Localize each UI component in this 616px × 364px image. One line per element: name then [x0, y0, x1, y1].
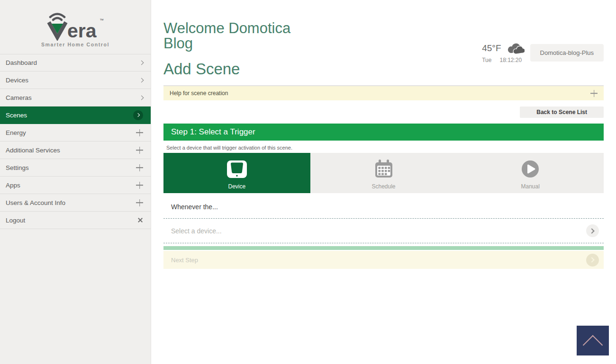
weather-block: 45°F Tue 18:12:20 [482, 42, 524, 63]
trigger-tile-schedule[interactable]: Schedule [310, 153, 457, 193]
next-step-label: Next Step [171, 257, 198, 264]
clock-time: 18:12:20 [499, 57, 522, 63]
main-content: 45°F Tue 18:12:20 Domotica-blog-Plus Wel… [151, 0, 616, 364]
next-step-chevron-circle-icon [586, 254, 599, 266]
sidebar-item-scenes[interactable]: Scenes [0, 107, 151, 124]
help-bar-label: Help for scene creation [170, 90, 228, 97]
plus-icon [136, 147, 143, 154]
select-device-placeholder: Select a device... [171, 227, 222, 235]
play-icon [519, 158, 541, 180]
logo-era-text: era [67, 20, 97, 41]
step1-subtext: Select a device that will trigger activa… [166, 145, 604, 151]
calendar-icon [373, 158, 395, 180]
sidebar-item-settings[interactable]: Settings [0, 159, 151, 177]
sidebar-item-label: Apps [6, 182, 20, 189]
trigger-tiles: Device Schedule [163, 153, 604, 193]
close-icon [137, 217, 143, 223]
plus-icon [136, 199, 143, 206]
wifi-arc-inner-icon [53, 18, 62, 20]
whenever-the-label: Whenever the... [163, 193, 604, 219]
sidebar-menu: Dashboard Devices Cameras Scenes Energy … [0, 54, 151, 229]
vera-logo: era ™ Smarter Home Control [0, 0, 151, 54]
select-device-row[interactable]: Select a device... [163, 219, 604, 243]
plus-icon [136, 164, 143, 171]
step1-title: Step 1: Select a Trigger [171, 127, 255, 137]
chevron-right-icon [589, 228, 594, 233]
sidebar-item-label: Cameras [6, 94, 32, 101]
sidebar-item-label: Settings [6, 164, 29, 171]
sidebar-item-label: Scenes [6, 112, 27, 119]
logo-tm: ™ [100, 18, 104, 23]
welcome-line1: Welcome Domotica [163, 20, 290, 36]
sidebar-item-label: Energy [6, 129, 26, 136]
chevron-right-icon [139, 61, 144, 65]
sidebar: era ™ Smarter Home Control Dashboard Dev… [0, 0, 151, 364]
sidebar-item-apps[interactable]: Apps [0, 177, 151, 194]
next-step-bar[interactable]: Next Step [163, 251, 604, 269]
sidebar-item-energy[interactable]: Energy [0, 124, 151, 142]
temperature: 45°F [482, 43, 501, 53]
chevron-up-icon [583, 335, 603, 355]
trigger-tile-manual[interactable]: Manual [457, 153, 604, 193]
chevron-right-icon [589, 257, 594, 263]
wifi-arc-outer-icon [50, 14, 64, 18]
plus-icon [136, 129, 143, 136]
sidebar-item-devices[interactable]: Devices [0, 71, 151, 89]
chevron-right-circle-icon [133, 110, 143, 120]
sidebar-item-label: Devices [6, 77, 28, 84]
progress-strip [163, 246, 604, 250]
vera-logo-mark: era ™ [45, 10, 105, 41]
welcome-line2: Blog [163, 35, 193, 52]
back-to-top-button[interactable] [577, 326, 609, 355]
sidebar-item-users-account-info[interactable]: Users & Account Info [0, 194, 151, 212]
plus-icon [136, 182, 143, 189]
help-for-scene-creation-bar[interactable]: Help for scene creation [163, 86, 604, 100]
chevron-right-icon [136, 113, 139, 117]
weekday: Tue [482, 57, 491, 63]
chevron-right-icon [139, 78, 144, 82]
header-right: 45°F Tue 18:12:20 Domotica-blog-Plus [482, 42, 604, 63]
device-icon [226, 158, 248, 180]
sidebar-item-cameras[interactable]: Cameras [0, 89, 151, 107]
sidebar-item-label: Dashboard [6, 59, 37, 66]
back-to-scene-list-button[interactable]: Back to Scene List [520, 107, 604, 118]
clouds-icon [505, 42, 525, 54]
sidebar-item-additional-services[interactable]: Additional Services [0, 142, 151, 159]
trigger-tile-label: Schedule [371, 183, 395, 190]
expand-plus-icon[interactable] [590, 90, 598, 97]
sidebar-item-dashboard[interactable]: Dashboard [0, 54, 151, 71]
step1-header: Step 1: Select a Trigger [163, 124, 604, 141]
trigger-tile-label: Device [228, 183, 245, 190]
sidebar-item-label: Users & Account Info [6, 199, 65, 206]
sidebar-item-logout[interactable]: Logout [0, 212, 151, 229]
sidebar-item-label: Additional Services [6, 147, 60, 154]
chevron-right-circle-icon[interactable] [586, 224, 599, 237]
trigger-tile-device[interactable]: Device [163, 153, 310, 193]
logo-tagline: Smarter Home Control [41, 42, 109, 47]
controller-select-button[interactable]: Domotica-blog-Plus [530, 44, 604, 62]
sidebar-item-label: Logout [6, 217, 25, 224]
trigger-tile-label: Manual [521, 183, 540, 190]
chevron-right-icon [139, 95, 144, 100]
